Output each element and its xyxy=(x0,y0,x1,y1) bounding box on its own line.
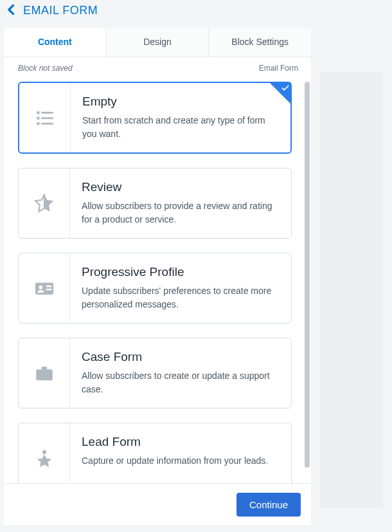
svg-rect-10 xyxy=(36,369,53,380)
svg-rect-11 xyxy=(41,367,47,369)
person-star-icon xyxy=(19,423,70,483)
context-label: Email Form xyxy=(259,64,298,73)
template-card-empty[interactable]: Empty Start from scratch and create any … xyxy=(18,82,292,154)
svg-rect-8 xyxy=(46,286,51,288)
id-card-icon xyxy=(19,253,70,323)
svg-rect-9 xyxy=(46,289,51,291)
check-icon xyxy=(281,84,290,93)
card-title: Progressive Profile xyxy=(82,265,280,279)
back-icon[interactable] xyxy=(5,0,18,21)
card-title: Review xyxy=(82,180,280,194)
card-desc: Capture or update information from your … xyxy=(82,454,280,468)
star-icon xyxy=(19,169,70,238)
page-header: EMAIL FORM xyxy=(0,0,392,28)
card-desc: Update subscribers' preferences to creat… xyxy=(82,284,280,311)
tabs: Content Design Block Settings xyxy=(4,28,311,57)
briefcase-icon xyxy=(19,338,70,408)
list-icon xyxy=(19,83,71,152)
continue-button[interactable]: Continue xyxy=(236,493,301,517)
status-row: Block not saved Email Form xyxy=(4,57,311,77)
tab-block-settings[interactable]: Block Settings xyxy=(209,28,311,57)
panel: Content Design Block Settings Block not … xyxy=(4,28,311,526)
selected-corner xyxy=(269,82,291,104)
scrollbar-thumb[interactable] xyxy=(305,82,310,468)
tab-content[interactable]: Content xyxy=(4,28,107,57)
template-card-lead-form[interactable]: Lead Form Capture or update information … xyxy=(18,423,292,483)
svg-rect-4 xyxy=(37,122,39,125)
card-desc: Allow subscribers to provide a review an… xyxy=(82,199,280,226)
card-title: Lead Form xyxy=(82,435,280,449)
svg-rect-6 xyxy=(35,283,53,295)
svg-rect-1 xyxy=(41,112,53,114)
page-title: EMAIL FORM xyxy=(23,4,98,17)
template-list: Empty Start from scratch and create any … xyxy=(4,77,311,483)
svg-point-7 xyxy=(39,286,42,289)
template-card-progressive-profile[interactable]: Progressive Profile Update subscribers' … xyxy=(18,253,292,324)
svg-rect-5 xyxy=(41,123,53,125)
card-desc: Allow subscribers to create or update a … xyxy=(82,369,280,396)
status-not-saved: Block not saved xyxy=(18,64,73,73)
svg-point-12 xyxy=(42,450,46,454)
svg-rect-0 xyxy=(37,111,39,114)
template-card-review[interactable]: Review Allow subscribers to provide a re… xyxy=(18,168,292,239)
card-desc: Start from scratch and create any type o… xyxy=(82,114,279,141)
tab-design[interactable]: Design xyxy=(107,28,209,57)
card-title: Case Form xyxy=(82,350,280,364)
template-card-case-form[interactable]: Case Form Allow subscribers to create or… xyxy=(18,338,292,408)
svg-rect-2 xyxy=(37,117,39,120)
svg-rect-3 xyxy=(41,117,53,119)
footer: Continue xyxy=(4,483,311,526)
scrollbar[interactable] xyxy=(305,82,311,468)
preview-placeholder xyxy=(320,72,383,508)
card-title: Empty xyxy=(82,95,279,109)
